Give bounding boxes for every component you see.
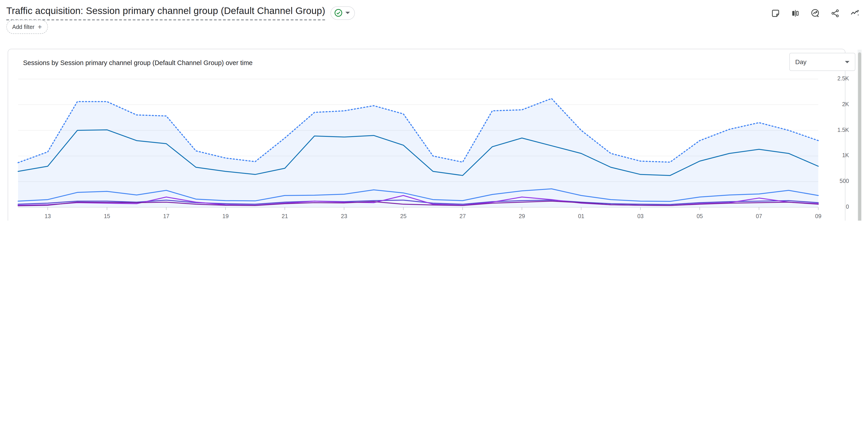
x-axis-label: 13Apr (43, 213, 52, 220)
filter-bar: Add filter + (6, 20, 48, 34)
page-title: Traffic acquisition: Session primary cha… (6, 5, 325, 20)
y-axis-label: 1.5K (826, 127, 849, 133)
x-axis-label: 07 (756, 213, 762, 220)
x-axis-label: 29 (519, 213, 525, 220)
explore-icon[interactable] (810, 8, 820, 18)
report-toolbar (770, 8, 860, 18)
x-axis-label: 17 (163, 213, 169, 220)
x-axis-label: 15 (104, 213, 110, 220)
x-axis-label: 03 (637, 213, 644, 220)
check-circle-icon (334, 8, 343, 17)
report-card: Sessions by Session primary channel grou… (8, 49, 845, 220)
add-filter-button[interactable]: Add filter + (6, 20, 48, 34)
y-axis-label: 0 (826, 204, 849, 210)
chevron-down-icon (346, 12, 350, 14)
chart-title: Sessions by Session primary channel grou… (23, 59, 253, 66)
y-axis-label: 1K (826, 152, 849, 159)
insights-icon[interactable] (850, 8, 860, 18)
plus-icon: + (38, 23, 42, 31)
x-axis-label: 23 (341, 213, 347, 220)
granularity-select[interactable]: Day (789, 53, 855, 71)
sessions-over-time-chart[interactable] (13, 75, 823, 216)
note-icon[interactable] (770, 8, 780, 18)
granularity-value: Day (795, 58, 807, 66)
comparisons-icon[interactable] (790, 8, 800, 18)
y-axis-label: 2K (826, 101, 849, 107)
x-axis-label: 27 (460, 213, 466, 220)
x-axis-label: 05 (697, 213, 703, 220)
x-axis-label: 21 (282, 213, 288, 220)
report-status-badge[interactable] (331, 6, 355, 20)
x-axis-label: 01May (576, 213, 586, 220)
share-icon[interactable] (830, 8, 840, 18)
x-axis-label: 09 (815, 213, 822, 220)
y-axis-label: 2.5K (826, 75, 849, 82)
x-axis-label: 25 (400, 213, 407, 220)
add-filter-label: Add filter (12, 24, 35, 30)
chevron-down-icon (845, 61, 849, 63)
ga4-traffic-acquisition-report: Traffic acquisition: Session primary cha… (0, 0, 868, 220)
x-axis-label: 19 (222, 213, 229, 220)
report-header: Traffic acquisition: Session primary cha… (6, 5, 355, 20)
y-axis-label: 500 (826, 178, 849, 184)
page-scrollbar-thumb[interactable] (858, 53, 861, 220)
